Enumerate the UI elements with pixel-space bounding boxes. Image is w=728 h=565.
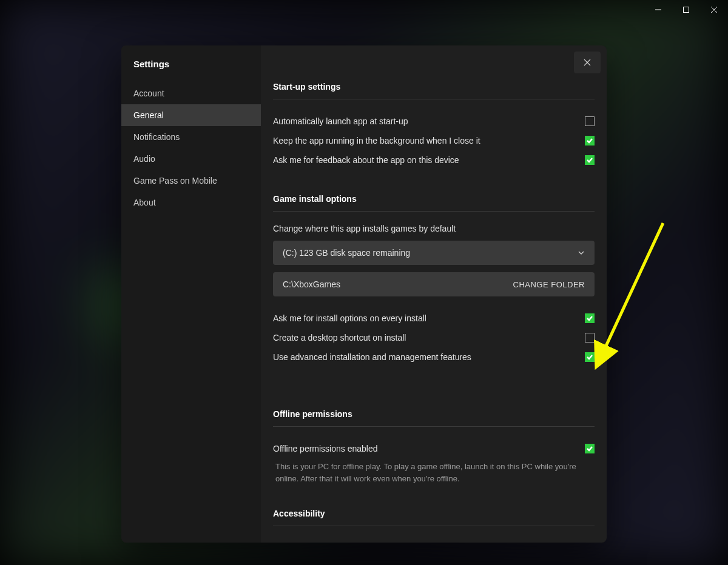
label-install-options: Ask me for install options on every inst…: [273, 313, 426, 323]
sidebar-item-gamepass-mobile[interactable]: Game Pass on Mobile: [121, 170, 261, 192]
check-icon: [586, 315, 593, 322]
sidebar-item-general[interactable]: General: [121, 104, 261, 126]
label-advanced-install: Use advanced installation and management…: [273, 352, 471, 362]
row-auto-launch: Automatically launch app at start-up: [273, 112, 595, 131]
minimize-button[interactable]: [644, 0, 672, 19]
sidebar-title: Settings: [121, 59, 261, 82]
label-keep-running: Keep the app running in the background w…: [273, 136, 480, 145]
sidebar-item-notifications[interactable]: Notifications: [121, 126, 261, 148]
folder-path: C:\XboxGames: [283, 279, 340, 289]
section-title-accessibility: Accessibility: [273, 509, 595, 526]
checkbox-offline-enabled[interactable]: [585, 444, 595, 453]
offline-helper-text: This is your PC for offline play. To pla…: [273, 461, 595, 484]
label-feedback: Ask me for feedback about the app on thi…: [273, 155, 459, 165]
section-title-startup: Start-up settings: [273, 82, 595, 99]
label-offline-enabled: Offline permissions enabled: [273, 444, 378, 453]
sidebar-item-account[interactable]: Account: [121, 82, 261, 104]
maximize-button[interactable]: [672, 0, 700, 19]
close-icon: [584, 59, 591, 66]
check-icon: [586, 156, 593, 164]
checkbox-desktop-shortcut[interactable]: [585, 333, 595, 343]
check-icon: [586, 445, 593, 452]
checkbox-keep-running[interactable]: [585, 136, 595, 145]
checkbox-auto-launch[interactable]: [585, 116, 595, 126]
row-desktop-shortcut: Create a desktop shortcut on install: [273, 328, 595, 347]
change-folder-button[interactable]: CHANGE FOLDER: [513, 280, 585, 289]
settings-sidebar: Settings Account General Notifications A…: [121, 45, 261, 543]
close-dialog-button[interactable]: [574, 52, 601, 73]
install-desc: Change where this app installs games by …: [273, 224, 595, 233]
section-title-offline: Offline permissions: [273, 409, 595, 427]
drive-dropdown[interactable]: (C:) 123 GB disk space remaining: [273, 241, 595, 265]
checkbox-install-options[interactable]: [585, 313, 595, 323]
checkbox-feedback[interactable]: [585, 155, 595, 165]
close-window-button[interactable]: [700, 0, 728, 19]
section-title-install: Game install options: [273, 194, 595, 212]
check-icon: [586, 137, 593, 144]
row-offline-enabled: Offline permissions enabled: [273, 439, 595, 458]
checkbox-advanced-install[interactable]: [585, 352, 595, 362]
folder-row: C:\XboxGames CHANGE FOLDER: [273, 272, 595, 296]
window-titlebar: [0, 0, 728, 19]
sidebar-item-about[interactable]: About: [121, 192, 261, 213]
section-install: Game install options Change where this a…: [273, 194, 595, 367]
svg-rect-1: [684, 7, 689, 13]
section-startup: Start-up settings Automatically launch a…: [273, 82, 595, 170]
sidebar-item-audio[interactable]: Audio: [121, 148, 261, 170]
drive-value: (C:) 123 GB disk space remaining: [283, 248, 410, 258]
row-keep-running: Keep the app running in the background w…: [273, 131, 595, 150]
section-accessibility: Accessibility: [273, 509, 595, 526]
chevron-down-icon: [578, 249, 585, 256]
settings-content: Start-up settings Automatically launch a…: [261, 45, 607, 543]
settings-dialog: Settings Account General Notifications A…: [121, 45, 607, 543]
row-advanced-install: Use advanced installation and management…: [273, 347, 595, 367]
section-offline: Offline permissions Offline permissions …: [273, 409, 595, 484]
row-install-options: Ask me for install options on every inst…: [273, 309, 595, 328]
label-auto-launch: Automatically launch app at start-up: [273, 116, 408, 126]
check-icon: [586, 353, 593, 361]
row-feedback: Ask me for feedback about the app on thi…: [273, 150, 595, 170]
label-desktop-shortcut: Create a desktop shortcut on install: [273, 333, 406, 343]
